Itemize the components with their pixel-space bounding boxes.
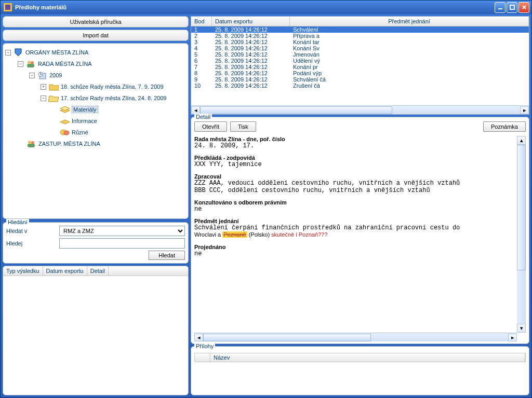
tree-rada[interactable]: − RADA MĚSTA ZLÍNA (5, 58, 186, 70)
tree-year[interactable]: − 2009 (5, 70, 186, 81)
detail-value: XXX YYY, tajemnice (194, 161, 513, 168)
tree-view[interactable]: − ORGÁNY MĚSTA ZLÍNA − RADA MĚSTA ZLÍNA … (3, 43, 189, 219)
results-grid[interactable]: Typ výsledku Datum exportu Detail (3, 266, 189, 395)
table-row[interactable]: 125. 8. 2009 14:26:12Schválení (191, 26, 529, 33)
people-icon (25, 59, 36, 68)
collapse-icon[interactable]: − (18, 61, 23, 67)
table-row[interactable]: 1025. 8. 2009 14:26:12Zrušení čá (191, 83, 529, 89)
search-in-label: Hledat v (6, 228, 56, 234)
scroll-right-icon[interactable]: ▸ (520, 106, 529, 114)
detail-value: ne (194, 205, 513, 213)
cell-subject: Příprava a (290, 33, 529, 39)
detail-heading: Projednáno (194, 244, 226, 250)
cell-date: 25. 8. 2009 14:26:12 (212, 64, 290, 70)
cell-subject: Zrušení čá (290, 83, 529, 89)
collapse-icon[interactable]: − (5, 50, 11, 56)
cell-subject: Jmenován (290, 51, 529, 58)
svg-rect-1 (5, 5, 10, 10)
table-row[interactable]: 425. 8. 2009 14:26:12Konání Sv (191, 45, 529, 51)
print-button[interactable]: Tisk (230, 121, 256, 132)
tree-root[interactable]: − ORGÁNY MĚSTA ZLÍNA (5, 47, 186, 58)
cell-subject: Konání pr (290, 64, 529, 70)
column-header[interactable]: Datum exportu (43, 266, 87, 276)
open-button[interactable]: Otevřít (194, 121, 227, 132)
cell-subject: Udělení vý (290, 58, 529, 64)
search-button[interactable]: Hledat (149, 251, 185, 260)
manual-button[interactable]: Uživatelská příručka (3, 16, 189, 28)
tree-materialy[interactable]: Materiály (5, 104, 186, 115)
results-header: Typ výsledku Datum exportu Detail (3, 266, 188, 276)
tree-informace[interactable]: Informace (5, 115, 186, 127)
search-in-select[interactable]: RMZ a ZMZ (59, 226, 185, 236)
column-header[interactable]: Detail (87, 266, 109, 276)
coat-of-arms-icon (13, 48, 23, 57)
column-header[interactable] (195, 353, 210, 362)
svg-rect-3 (510, 5, 514, 9)
column-header[interactable]: Typ výsledku (3, 266, 43, 276)
scroll-up-icon[interactable]: ▴ (517, 136, 526, 145)
table-row[interactable]: 525. 8. 2009 14:26:12Jmenován (191, 51, 529, 58)
column-header[interactable]: Předmět jednání (290, 17, 529, 26)
table-row[interactable]: 625. 8. 2009 14:26:12Udělení vý (191, 58, 529, 64)
table-row[interactable]: 825. 8. 2009 14:26:12Podání výp (191, 70, 529, 76)
cell-bod: 6 (191, 58, 212, 64)
svg-point-6 (28, 61, 31, 64)
titlebar[interactable]: Předlohy materiálů (1, 1, 531, 14)
main-window: Předlohy materiálů Uživatelská příručka … (0, 0, 532, 398)
detail-value: BBB CCC, oddělení cestovního ruchu, vnit… (194, 187, 513, 194)
note-button[interactable]: Poznámka (483, 121, 526, 132)
detail-content: Rada města Zlína - dne, poř. číslo 24. 8… (194, 136, 517, 333)
tree-meeting-17[interactable]: − 17. schůze Rady města Zlína, 24. 8. 20… (5, 92, 186, 104)
tree-label: ZASTUP. MĚSTA ZLÍNA (38, 141, 100, 147)
cell-bod: 5 (191, 51, 212, 58)
table-row[interactable]: 325. 8. 2009 14:26:12Konání tar (191, 39, 529, 45)
tree-zastup[interactable]: ZASTUP. MĚSTA ZLÍNA (5, 138, 186, 149)
cell-bod: 3 (191, 39, 212, 45)
column-header[interactable]: Název (210, 353, 525, 362)
cell-bod: 7 (191, 64, 212, 70)
scroll-left-icon[interactable]: ◂ (194, 334, 203, 341)
cell-subject: Konání Sv (290, 45, 529, 51)
svg-point-14 (64, 131, 69, 135)
table-row[interactable]: 225. 8. 2009 14:26:12Příprava a (191, 33, 529, 39)
cell-date: 25. 8. 2009 14:26:12 (212, 70, 290, 76)
search-input[interactable] (59, 238, 185, 249)
tree-meeting-18[interactable]: + 18. schůze Rady města Zlína, 7. 9. 200… (5, 81, 186, 92)
column-header[interactable]: Bod (191, 17, 212, 26)
cell-date: 25. 8. 2009 14:26:12 (212, 83, 290, 89)
table-row[interactable]: 725. 8. 2009 14:26:12Konání pr (191, 64, 529, 70)
maximize-button[interactable] (507, 2, 517, 13)
search-panel: Hledání Hledat v RMZ a ZMZ Hledej Hledat (3, 222, 189, 264)
tree-ruzne[interactable]: Různé (5, 127, 186, 138)
svg-rect-8 (27, 64, 34, 67)
struck-text: Poznaně (222, 231, 247, 238)
collapse-icon[interactable]: − (29, 73, 35, 78)
vertical-scrollbar[interactable]: ▴ ▾ (517, 136, 526, 333)
detail-heading: Rada města Zlína - dne, poř. číslo (194, 136, 285, 142)
cell-date: 25. 8. 2009 14:26:12 (212, 58, 290, 64)
detail-value: 24. 8. 2009, 17. (194, 142, 513, 149)
expand-icon[interactable]: + (41, 84, 46, 90)
scroll-right-icon[interactable]: ▸ (508, 334, 517, 341)
detail-heading: Zpracoval (194, 173, 221, 180)
column-header[interactable]: Datum exportu (212, 17, 290, 26)
cell-subject: Konání tar (290, 39, 529, 45)
scroll-down-icon[interactable]: ▾ (517, 324, 526, 333)
tree-label: Materiály (72, 106, 98, 113)
tree-label: Různé (72, 129, 88, 135)
tree-label: ORGÁNY MĚSTA ZLÍNA (25, 49, 88, 56)
cell-date: 25. 8. 2009 14:26:12 (212, 39, 290, 45)
import-button[interactable]: Import dat (3, 30, 189, 41)
attachments-legend: Přílohy (194, 343, 215, 349)
horizontal-scrollbar[interactable]: ◂ ▸ (191, 105, 529, 114)
table-row[interactable]: 925. 8. 2009 14:26:12Schválení čá (191, 76, 529, 83)
close-button[interactable] (518, 2, 529, 13)
scroll-left-icon[interactable]: ◂ (191, 106, 200, 114)
documents-grid[interactable]: Bod Datum exportu Předmět jednání 125. 8… (191, 16, 529, 115)
minimize-button[interactable] (495, 2, 506, 13)
collapse-icon[interactable]: − (41, 95, 46, 101)
folder-icon (48, 82, 59, 91)
horizontal-scrollbar[interactable]: ◂ ▸ (194, 333, 517, 341)
cell-bod: 8 (191, 70, 212, 76)
misc-icon (59, 128, 70, 137)
